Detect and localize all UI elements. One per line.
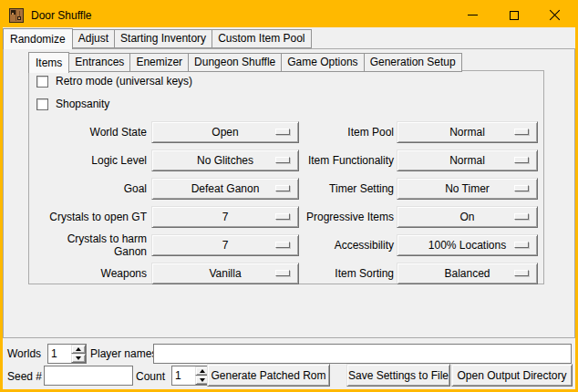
- dropdown-dash-icon: [275, 129, 290, 135]
- dropdown-dash-icon: [514, 157, 529, 163]
- window-title: Door Shuffle: [31, 9, 452, 22]
- player-names-label: Player names: [90, 344, 157, 364]
- dropdown-dash-icon: [514, 129, 529, 135]
- item-sorting-value: Balanced: [444, 267, 490, 280]
- timer-setting-value: No Timer: [445, 182, 490, 195]
- world-state-label: World State: [33, 126, 147, 139]
- dropdown-dash-icon: [514, 213, 529, 220]
- worlds-value: 1: [51, 345, 57, 363]
- timer-setting-dropdown[interactable]: No Timer: [397, 178, 538, 200]
- crystals-ganon-dropdown[interactable]: 7: [151, 234, 299, 256]
- window-content: Randomize Adjust Starting Inventory Cust…: [3, 27, 575, 389]
- worlds-down-button[interactable]: [71, 354, 86, 363]
- dropdown-dash-icon: [275, 213, 290, 220]
- sub-tabbar: Items Entrances Enemizer Dungeon Shuffle…: [28, 52, 461, 72]
- retro-mode-checkbox[interactable]: [36, 76, 48, 88]
- titlebar: Door Shuffle: [3, 3, 575, 27]
- main-tabbar: Randomize Adjust Starting Inventory Cust…: [3, 28, 311, 48]
- arrow-up-icon: [200, 369, 205, 373]
- timer-setting-label: Timer Setting: [299, 182, 394, 195]
- item-pool-label: Item Pool: [299, 126, 394, 139]
- worlds-spinner[interactable]: 1: [47, 344, 87, 364]
- tab-dungeon-shuffle[interactable]: Dungeon Shuffle: [188, 53, 282, 72]
- crystals-ganon-label: Crystals to harm Ganon: [33, 232, 147, 258]
- count-spinner[interactable]: 1: [171, 366, 211, 386]
- world-state-dropdown[interactable]: Open: [151, 121, 299, 143]
- minimize-button[interactable]: [452, 3, 493, 27]
- progressive-items-value: On: [459, 211, 474, 223]
- crystals-ganon-value: 7: [222, 239, 229, 252]
- dropdown-dash-icon: [514, 185, 529, 191]
- accessibility-value: 100% Locations: [428, 239, 506, 252]
- logic-level-dropdown[interactable]: No Glitches: [151, 150, 299, 171]
- dropdown-dash-icon: [275, 185, 290, 191]
- arrow-down-icon: [200, 378, 205, 382]
- goal-value: Defeat Ganon: [191, 182, 260, 195]
- crystals-gt-label: Crystals to open GT: [33, 211, 147, 223]
- maximize-icon: [510, 11, 519, 20]
- item-pool-dropdown[interactable]: Normal: [397, 121, 538, 143]
- weapons-label: Weapons: [33, 267, 147, 280]
- dropdown-dash-icon: [275, 157, 290, 163]
- logic-level-label: Logic Level: [33, 154, 147, 167]
- goal-dropdown[interactable]: Defeat Ganon: [151, 178, 299, 200]
- close-button[interactable]: [534, 3, 575, 27]
- item-sorting-dropdown[interactable]: Balanced: [397, 263, 538, 284]
- accessibility-dropdown[interactable]: 100% Locations: [397, 234, 538, 256]
- player-names-input[interactable]: [153, 344, 572, 364]
- dropdown-dash-icon: [514, 270, 529, 276]
- bottom-bar: Worlds 1 Player names Seed # Count 1: [3, 338, 575, 389]
- item-functionality-value: Normal: [449, 154, 485, 167]
- shopsanity-row: Shopsanity: [36, 98, 109, 110]
- count-label: Count: [136, 366, 165, 387]
- dropdown-dash-icon: [514, 242, 529, 248]
- tab-entrances[interactable]: Entrances: [68, 53, 130, 72]
- goal-label: Goal: [33, 182, 147, 195]
- tab-game-options[interactable]: Game Options: [281, 53, 364, 72]
- open-output-directory-button[interactable]: Open Output Directory: [451, 364, 573, 387]
- arrow-up-icon: [76, 347, 81, 351]
- worlds-label: Worlds: [7, 344, 41, 364]
- save-settings-button[interactable]: Save Settings to File: [346, 364, 450, 387]
- accessibility-label: Accessibility: [299, 239, 394, 252]
- shopsanity-checkbox[interactable]: [36, 98, 48, 110]
- window-controls: [452, 3, 575, 27]
- door-icon: [9, 8, 24, 23]
- seed-label: Seed #: [7, 366, 42, 387]
- tab-adjust[interactable]: Adjust: [72, 29, 115, 48]
- tab-generation-setup[interactable]: Generation Setup: [364, 53, 462, 72]
- item-functionality-dropdown[interactable]: Normal: [397, 150, 538, 171]
- retro-mode-row: Retro mode (universal keys): [36, 75, 192, 88]
- weapons-dropdown[interactable]: Vanilla: [151, 263, 299, 284]
- dropdown-dash-icon: [275, 242, 290, 248]
- retro-mode-label: Retro mode (universal keys): [56, 75, 192, 88]
- item-functionality-label: Item Functionality: [299, 154, 394, 167]
- arrow-down-icon: [76, 356, 81, 360]
- logic-level-value: No Glitches: [197, 154, 253, 167]
- progressive-items-dropdown[interactable]: On: [397, 206, 538, 228]
- item-pool-value: Normal: [449, 126, 485, 139]
- tab-items[interactable]: Items: [28, 52, 69, 73]
- tab-enemizer[interactable]: Enemizer: [129, 53, 189, 72]
- seed-input[interactable]: [44, 366, 133, 386]
- generate-patched-rom-button[interactable]: Generate Patched Rom: [207, 364, 330, 387]
- tab-randomize[interactable]: Randomize: [3, 28, 73, 49]
- weapons-value: Vanilla: [209, 267, 241, 280]
- item-sorting-label: Item Sorting: [299, 267, 394, 280]
- progressive-items-label: Progressive Items: [299, 211, 394, 223]
- count-value: 1: [175, 366, 181, 385]
- dropdown-dash-icon: [275, 270, 290, 276]
- settings-grid: World State Open Item Pool Normal Logic …: [33, 118, 538, 287]
- world-state-value: Open: [212, 126, 238, 139]
- shopsanity-label: Shopsanity: [56, 98, 109, 110]
- crystals-gt-value: 7: [222, 211, 229, 223]
- minimize-icon: [468, 15, 478, 15]
- crystals-gt-dropdown[interactable]: 7: [151, 206, 299, 228]
- maximize-button[interactable]: [493, 3, 534, 27]
- worlds-spinner-arrows: [71, 345, 86, 363]
- tab-starting-inventory[interactable]: Starting Inventory: [114, 29, 212, 48]
- close-icon: [549, 9, 561, 21]
- app-window: Door Shuffle Randomize Adjust Starting I…: [0, 0, 578, 392]
- tab-custom-item-pool[interactable]: Custom Item Pool: [212, 29, 311, 48]
- worlds-up-button[interactable]: [71, 345, 86, 354]
